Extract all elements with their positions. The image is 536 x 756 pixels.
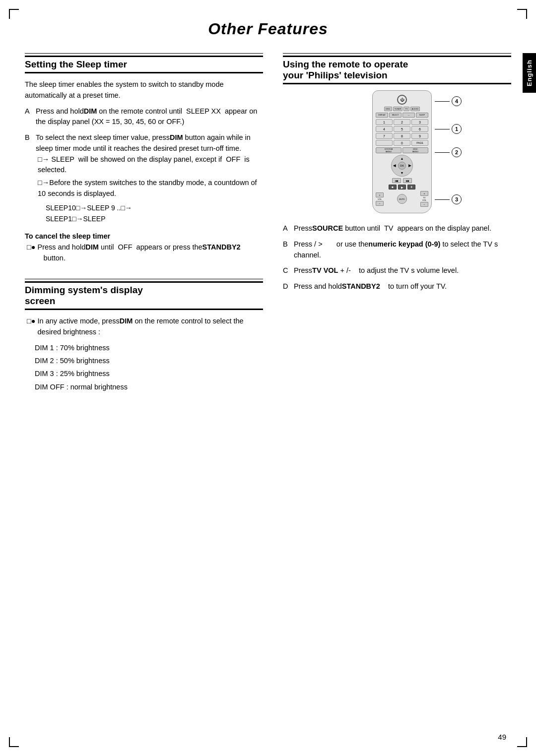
num-6: 6 — [411, 126, 428, 132]
select-btn: SELECT — [389, 113, 402, 118]
tuner-btn: TUNER — [393, 107, 403, 111]
tv-step-d-content: Press and holdSTANDBY2 to turn off your … — [294, 281, 511, 292]
callout-line-3 — [435, 199, 450, 200]
sleep-timer-heading: Setting the Sleep timer — [25, 57, 263, 73]
step-a-content: Press and holdDIM on the remote control … — [36, 106, 263, 128]
num-3: 3 — [411, 119, 428, 125]
menu-row: SYSTEMMENU DISCMENU — [376, 147, 428, 153]
remote-control: ⏻ DISC TUNER TV AUX/DI DISPLAY SELEC — [372, 90, 432, 213]
tv-section-heading: Using the remote to operate your 'Philip… — [283, 57, 511, 84]
vol-up-right: + — [420, 191, 428, 196]
num-0: 0 — [394, 140, 410, 146]
callout-num-2: 2 — [452, 147, 462, 157]
corner-mark-bl — [9, 737, 19, 747]
callout-num-3: 3 — [452, 194, 462, 204]
step-a: A Press and holdDIM on the remote contro… — [25, 106, 263, 128]
tv-section-top-rule — [283, 53, 511, 54]
tv-step-letter-c: C — [283, 265, 290, 276]
step-letter-b: B — [25, 132, 32, 227]
ok-button: OK — [398, 162, 406, 170]
dim-bullet: □● — [27, 316, 36, 338]
sleep-timer-section: Setting the Sleep timer The sleep timer … — [25, 53, 263, 264]
release-btn: — — [402, 113, 415, 118]
source-row: DISC TUNER TV AUX/DI — [376, 107, 428, 111]
note-sleep-display: □→ SLEEP will be showed on the display p… — [36, 154, 263, 176]
step-b-content: To select the next sleep timer value, pr… — [36, 132, 263, 227]
callout-line-4 — [435, 101, 450, 102]
num-8: 8 — [394, 133, 410, 139]
callout-4: 4 — [435, 96, 462, 106]
tv-steps: A PressSOURCE button until TV appears on… — [283, 223, 511, 292]
remote-wrapper: ⏻ DISC TUNER TV AUX/DI DISPLAY SELEC — [372, 90, 432, 213]
dim-level-off: DIM OFF : normal brightness — [35, 380, 263, 393]
num-4: 4 — [376, 126, 393, 132]
dim-level-3: DIM 3 : 25% brightness — [35, 367, 263, 380]
power-button: ⏻ — [397, 95, 407, 105]
disc-btn: DISC — [384, 107, 392, 111]
num-blank — [376, 140, 393, 146]
sleep-timer-intro: The sleep timer enables the system to sw… — [25, 79, 263, 101]
tv-btn: TV — [403, 107, 409, 111]
language-tab: English — [523, 53, 536, 93]
tv-step-d: D Press and holdSTANDBY2 to turn off you… — [283, 281, 511, 292]
tv-step-c: C PressTV VOL + /- to adjust the TV s vo… — [283, 265, 511, 276]
cancel-bullet: □● — [27, 242, 36, 264]
dim-intro-text: In any active mode, pressDIM on the remo… — [38, 316, 263, 338]
tv-step-letter-d: D — [283, 281, 290, 292]
transport-row: ■ ▶ ⏸ — [376, 185, 428, 189]
dimming-section: Dimming system's displayscreen □● In any… — [25, 279, 263, 393]
callout-2: 2 — [435, 147, 462, 157]
callout-line-1 — [435, 129, 450, 129]
cancel-text: □● Press and holdDIM until OFF appears o… — [25, 242, 263, 264]
nav-area: ▲ ▼ ◀ ▶ OK — [376, 155, 428, 177]
dim-level-2: DIM 2 : 50% brightness — [35, 354, 263, 367]
num-5: 5 — [394, 126, 410, 132]
dim-section-top-rule — [25, 279, 263, 279]
corner-mark-tr — [517, 9, 527, 19]
rewind-btn: ■ — [389, 185, 397, 189]
tv-step-b: B Press / > or use thenumeric keypad (0-… — [283, 239, 511, 261]
vol-down-left: − — [376, 201, 384, 206]
vol-up-left: + — [376, 192, 384, 197]
mute-btn: MUTE — [397, 194, 407, 204]
callout-num-1: 1 — [452, 124, 462, 134]
dimming-intro: □● In any active mode, pressDIM on the r… — [25, 316, 263, 338]
disc-menu-btn: DISCMENU — [402, 147, 428, 153]
nav-right-arrow: ▶ — [408, 164, 411, 168]
dimming-heading: Dimming system's displayscreen — [25, 283, 263, 310]
tv-step-letter-a: A — [283, 223, 290, 234]
page-number: 49 — [498, 733, 506, 741]
remote-top: ⏻ — [376, 95, 428, 105]
cancel-text-content: Press and holdDIM until OFF appears or p… — [38, 242, 263, 264]
nav-circle: ▲ ▼ ◀ ▶ OK — [391, 155, 413, 177]
tv-step-letter-b: B — [283, 239, 290, 261]
dim-levels: DIM 1 : 70% brightness DIM 2 : 50% brigh… — [35, 341, 263, 393]
step-b: B To select the next sleep timer value, … — [25, 132, 263, 227]
tv-step-a: A PressSOURCE button until TV appears on… — [283, 223, 511, 234]
vol-label-right: TVVOL — [422, 196, 426, 201]
num-2: 2 — [394, 119, 410, 125]
dim-level-1: DIM 1 : 70% brightness — [35, 341, 263, 354]
nav-down-arrow: ▼ — [401, 171, 404, 175]
cancel-heading: To cancel the sleep timer — [25, 232, 263, 240]
vol-label-left: VOL — [378, 198, 382, 200]
right-column: English Using the remote to operate your… — [283, 53, 511, 393]
page-title: Other Features — [25, 20, 511, 38]
callout-line-2 — [435, 152, 450, 153]
num-9: 9 — [411, 133, 428, 139]
num-7: 7 — [376, 133, 393, 139]
sleep-codes: SLEEP10□→SLEEP 9 ..□→ SLEEP1□→SLEEP — [46, 202, 263, 225]
callout-3: 3 — [435, 194, 462, 204]
display-btn: DISPLAY — [376, 113, 388, 118]
tv-step-a-content: PressSOURCE button until TV appears on t… — [294, 223, 511, 234]
tv-step-c-content: PressTV VOL + /- to adjust the TV s volu… — [294, 265, 511, 276]
page-btn: PAGE — [411, 140, 428, 146]
vol-left: + VOL − — [376, 192, 384, 206]
vol-down-right: − — [420, 202, 428, 207]
note-countdown: □→Before the system switches to the stan… — [36, 178, 263, 199]
remote-tv-section: Using the remote to operate your 'Philip… — [283, 53, 511, 84]
display-row: DISPLAY SELECT — SLEEP — [376, 113, 428, 118]
tv-step-b-content: Press / > or use thenumeric keypad (0-9)… — [294, 239, 511, 261]
aux-btn: AUX/DI — [410, 107, 420, 111]
vol-right: + TVVOL − — [420, 191, 428, 207]
